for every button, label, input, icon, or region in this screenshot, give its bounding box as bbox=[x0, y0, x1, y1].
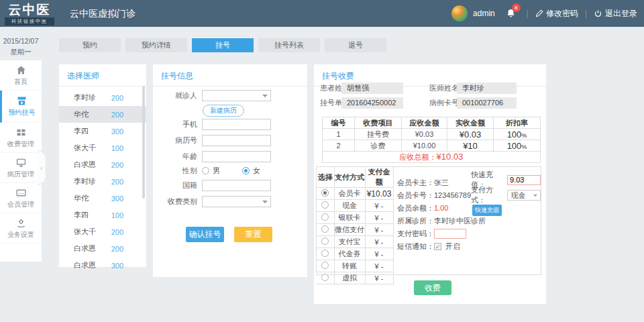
member-card-no-label: 会员卡号： bbox=[397, 189, 434, 202]
doctor-select-panel: 选择医师 李时珍200 华佗200 李四300 张大千100 白求恩200 李时… bbox=[59, 64, 146, 267]
sms-on-label: 开启 bbox=[445, 240, 460, 253]
logo-slogan: 科技链接中医 bbox=[5, 17, 54, 25]
nationality-input[interactable] bbox=[202, 180, 271, 191]
sidebar-item-members[interactable]: 会员管理 bbox=[0, 183, 42, 213]
sidebar-item-home[interactable]: 首页 bbox=[0, 60, 42, 91]
payment-radio[interactable] bbox=[321, 274, 329, 281]
phone-input[interactable] bbox=[202, 119, 271, 130]
payment-row-member-card[interactable]: 会员卡 ¥10.03 bbox=[317, 188, 393, 200]
doctor-row[interactable]: 华佗200 bbox=[59, 106, 146, 123]
doctor-row[interactable]: 白求恩300 bbox=[59, 257, 146, 274]
payment-radio[interactable] bbox=[321, 189, 329, 197]
member-balance-label: 会员余额： bbox=[397, 202, 434, 215]
fee-item: 挂号费 bbox=[355, 129, 402, 140]
payment-radio[interactable] bbox=[321, 213, 329, 221]
change-password-link[interactable]: 修改密码 bbox=[535, 8, 578, 19]
sms-checkbox[interactable]: ✓ bbox=[434, 243, 441, 250]
doctor-row[interactable]: 张大千100 bbox=[59, 140, 146, 156]
doctor-count: 200 bbox=[111, 245, 123, 253]
doctor-row[interactable]: 白求恩200 bbox=[59, 156, 146, 173]
change-password-label: 修改密码 bbox=[546, 8, 578, 19]
patient-select[interactable] bbox=[202, 90, 271, 101]
payment-method-name: 微信支付 bbox=[334, 224, 365, 236]
doctor-name: 华佗 bbox=[74, 109, 89, 119]
payment-radio[interactable] bbox=[321, 262, 329, 269]
avatar[interactable] bbox=[451, 5, 468, 21]
fee-item: 诊费 bbox=[355, 140, 402, 152]
scrollbar-thumb[interactable] bbox=[142, 86, 145, 199]
payment-row-transfer[interactable]: 转账 ¥ - bbox=[317, 260, 393, 272]
tab-appointment[interactable]: 预约 bbox=[59, 38, 121, 52]
fee-table: 编号 收费项目 应收金额 实收金额 折扣率 1 挂号费 ¥0.03 ¥0.03 … bbox=[322, 117, 541, 163]
doctor-row[interactable]: 张大千200 bbox=[59, 223, 146, 240]
fee-discount[interactable]: 100% bbox=[494, 140, 541, 152]
tab-cancel-registration[interactable]: 退号 bbox=[325, 38, 386, 52]
recharge-method-select[interactable]: 现金 bbox=[507, 190, 541, 201]
doctor-name: 李时珍 bbox=[74, 93, 96, 103]
payment-amount: ¥ - bbox=[365, 260, 393, 272]
age-input[interactable] bbox=[202, 151, 271, 162]
username[interactable]: admin bbox=[473, 9, 495, 18]
payment-radio[interactable] bbox=[321, 201, 329, 209]
confirm-registration-button[interactable]: 确认挂号 bbox=[186, 227, 224, 242]
doctor-name: 华佗 bbox=[74, 193, 89, 203]
member-owner-label: 会员卡主： bbox=[397, 176, 434, 189]
doctor-count: 200 bbox=[111, 94, 123, 102]
doctor-row[interactable]: 李时珍200 bbox=[59, 173, 146, 190]
sidebar-item-settings[interactable]: 业务设置 bbox=[0, 213, 42, 244]
fee-received[interactable]: ¥10 bbox=[447, 140, 494, 152]
payment-method-name: 虚拟 bbox=[334, 272, 365, 284]
pay-password-input[interactable] bbox=[434, 229, 466, 239]
sidebar-collapse-handle[interactable]: ‹ bbox=[38, 150, 46, 185]
doctor-row[interactable]: 李时珍200 bbox=[59, 89, 146, 106]
chevron-left-icon: ‹ bbox=[40, 164, 42, 172]
fee-discount[interactable]: 100% bbox=[494, 129, 541, 140]
gender-label: 性别 bbox=[153, 166, 197, 176]
payment-radio[interactable] bbox=[321, 237, 329, 245]
col-header-method: 支付方式 bbox=[334, 167, 365, 188]
doctor-count: 300 bbox=[111, 262, 123, 270]
payment-amount: ¥ - bbox=[365, 200, 393, 212]
member-clinic-label: 所属诊所： bbox=[397, 215, 434, 227]
fee-type-select[interactable] bbox=[202, 196, 271, 207]
payment-amount: ¥10.03 bbox=[365, 188, 393, 200]
gender-male-radio[interactable] bbox=[202, 167, 209, 174]
payment-radio[interactable] bbox=[321, 225, 329, 233]
payment-row-cash[interactable]: 现金 ¥ - bbox=[317, 200, 393, 212]
payment-radio[interactable] bbox=[321, 250, 329, 257]
tab-registration[interactable]: 挂号 bbox=[192, 38, 254, 52]
doctor-row[interactable]: 李四100 bbox=[59, 207, 146, 223]
reg-no-value: 201604250002 bbox=[341, 97, 403, 109]
app-logo[interactable]: 云中医 科技链接中医 bbox=[5, 2, 54, 25]
doctor-row[interactable]: 李四300 bbox=[59, 123, 146, 140]
sidebar-item-billing[interactable]: 收费管理 bbox=[0, 123, 42, 153]
gender-female-radio[interactable] bbox=[242, 167, 250, 174]
sms-label: 短信通知： bbox=[397, 240, 434, 253]
payment-amount: ¥ - bbox=[365, 272, 393, 284]
quick-recharge-button[interactable]: 快速充值 bbox=[472, 205, 502, 216]
payment-row-wechat[interactable]: 微信支付 ¥ - bbox=[317, 224, 393, 236]
payment-method-name: 现金 bbox=[334, 200, 365, 212]
notification-bell[interactable]: 8 bbox=[506, 8, 516, 19]
payment-row-alipay[interactable]: 支付宝 ¥ - bbox=[317, 236, 393, 248]
record-no-input[interactable] bbox=[202, 135, 271, 146]
charge-button[interactable]: 收费 bbox=[414, 280, 451, 295]
doctor-count: 200 bbox=[111, 111, 123, 119]
payment-row-voucher[interactable]: 代金券 ¥ - bbox=[317, 248, 393, 260]
gender-male-label: 男 bbox=[213, 166, 220, 176]
nationality-row: 国籍 bbox=[153, 180, 307, 191]
sidebar-item-records[interactable]: 病历管理 bbox=[0, 153, 42, 183]
sidebar-item-appointment[interactable]: 预约挂号 bbox=[0, 91, 42, 123]
tab-appointment-detail[interactable]: 预约详情 bbox=[125, 38, 187, 52]
fee-total: 应收总额：¥10.03 bbox=[323, 152, 541, 163]
logout-link[interactable]: 退出登录 bbox=[594, 8, 637, 19]
doctor-row[interactable]: 华佗300 bbox=[59, 190, 146, 207]
fee-received[interactable]: ¥0.03 bbox=[447, 129, 494, 140]
new-record-button[interactable]: 新建病历 bbox=[203, 105, 244, 117]
reset-button[interactable]: 重置 bbox=[234, 227, 272, 242]
payment-row-unionpay[interactable]: 银联卡 ¥ - bbox=[317, 212, 393, 224]
payment-row-virtual[interactable]: 虚拟 ¥ - bbox=[317, 272, 393, 284]
doctor-row[interactable]: 白求恩200 bbox=[59, 240, 146, 257]
tab-registration-list[interactable]: 挂号列表 bbox=[258, 38, 320, 52]
recharge-amount-input[interactable] bbox=[507, 175, 541, 185]
